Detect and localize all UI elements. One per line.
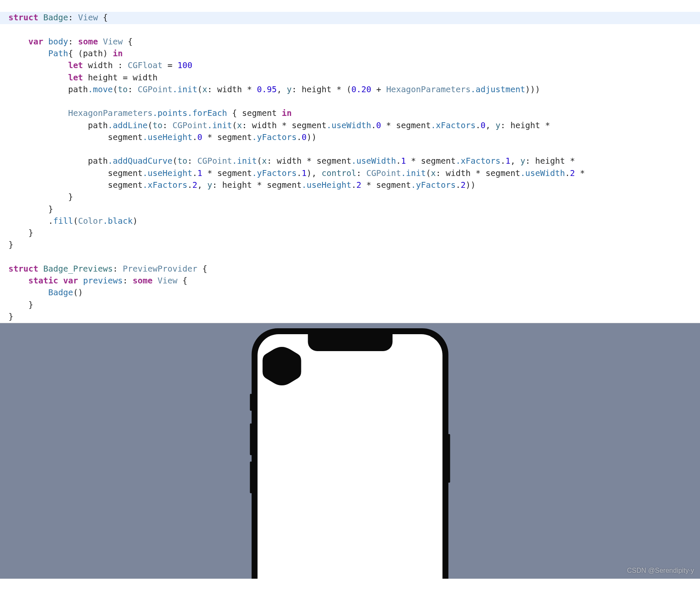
code-line-16: } (0, 204, 62, 214)
phone-power-button (448, 434, 450, 483)
code-line-12: path.addQuadCurve(to: CGPoint.init(x: wi… (0, 156, 588, 166)
device-screen (258, 334, 443, 579)
phone-silent-switch (250, 394, 252, 411)
code-editor[interactable]: struct Badge: View { var body: some View… (0, 0, 700, 323)
badge-shape-icon (262, 346, 302, 386)
phone-volume-down (250, 462, 252, 493)
code-line-13: segment.useHeight.1 * segment.yFactors.1… (0, 168, 598, 178)
code-line-3: Path{ (path) in (0, 49, 131, 58)
code-line-23: Badge() (0, 288, 91, 297)
code-line-6: path.move(to: CGPoint.init(x: width * 0.… (0, 85, 548, 94)
phone-volume-up (250, 423, 252, 455)
code-line-5: let height = width (0, 73, 166, 82)
code-line-10: segment.useHeight.0 * segment.yFactors.0… (0, 132, 325, 142)
device-frame (252, 328, 449, 579)
code-line-1: struct Badge: View { (0, 12, 700, 24)
code-line-2: var body: some View { (0, 37, 141, 47)
code-line-24: } (0, 300, 42, 310)
code-line-25: } (0, 312, 22, 321)
code-line-11 (0, 144, 96, 154)
watermark-text: CSDN @Serendipity·y (627, 566, 694, 575)
code-line-20 (0, 252, 22, 262)
code-line-22: static var previews: some View { (0, 276, 196, 286)
code-line-9: path.addLine(to: CGPoint.init(x: width *… (0, 121, 564, 130)
code-line-18: } (0, 228, 42, 238)
code-line-17: .fill(Color.black) (0, 216, 146, 226)
preview-canvas[interactable]: CSDN @Serendipity·y (0, 323, 700, 579)
code-line-15: } (0, 192, 82, 202)
code-line-21: struct Badge_Previews: PreviewProvider { (0, 264, 216, 274)
code-line-7 (0, 96, 77, 106)
device-notch (308, 334, 392, 351)
code-line-14: segment.xFactors.2, y: height * segment.… (0, 180, 484, 190)
code-line-8: HexagonParameters.points.forEach { segme… (0, 108, 300, 118)
code-line-4: let width : CGFloat = 100 (0, 60, 201, 70)
code-line-19: } (0, 240, 22, 250)
